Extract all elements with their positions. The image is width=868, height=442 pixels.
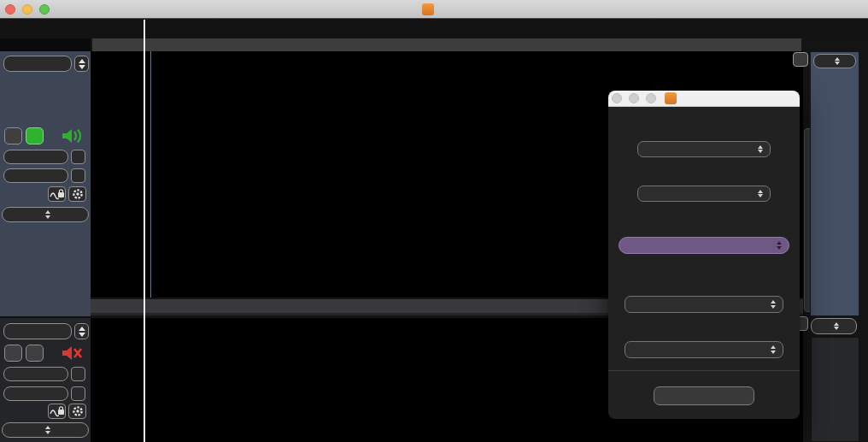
gain-field-output[interactable] bbox=[3, 367, 68, 381]
mute-button-output[interactable] bbox=[4, 345, 22, 362]
playhead[interactable] bbox=[144, 20, 145, 442]
updown-arrows-icon bbox=[758, 190, 763, 198]
pan-automation-button-output[interactable] bbox=[71, 386, 85, 401]
gear-icon[interactable] bbox=[68, 186, 86, 202]
track-reorder-button-output[interactable] bbox=[74, 323, 89, 339]
down-arrow-icon bbox=[79, 65, 85, 69]
new-process-button[interactable] bbox=[654, 386, 754, 405]
dialog-titlebar bbox=[608, 91, 800, 107]
output-meter-dropdown[interactable] bbox=[811, 318, 857, 334]
pan-field-output[interactable] bbox=[3, 386, 68, 401]
meter-panel-output bbox=[811, 337, 859, 442]
up-arrow-icon bbox=[79, 59, 85, 63]
down-arrow-icon bbox=[79, 333, 85, 337]
track-name-button-output[interactable] bbox=[3, 323, 72, 339]
updown-arrows-icon bbox=[45, 210, 50, 219]
solo-button-output[interactable] bbox=[26, 345, 44, 362]
zoom-window-button[interactable] bbox=[39, 4, 50, 15]
track-header-audio1 bbox=[0, 51, 91, 316]
speaker-muted-icon[interactable] bbox=[60, 344, 85, 366]
app-window bbox=[0, 0, 868, 442]
automation-lock-icon[interactable] bbox=[48, 186, 66, 202]
dialog-separator bbox=[608, 370, 800, 371]
automation-lock-icon[interactable] bbox=[48, 404, 66, 419]
pan-field-audio1[interactable] bbox=[3, 168, 68, 183]
close-window-button[interactable] bbox=[5, 4, 15, 15]
solo-button-audio1[interactable] bbox=[26, 127, 44, 144]
track-header-output bbox=[0, 316, 91, 442]
channels-dropdown-audio1[interactable] bbox=[2, 207, 89, 222]
add-meter-button-top[interactable] bbox=[793, 52, 808, 67]
up-arrow-icon bbox=[79, 327, 85, 331]
new-process-dialog bbox=[608, 91, 800, 419]
dialog-close-button[interactable] bbox=[612, 93, 622, 103]
output-dropdown[interactable] bbox=[625, 341, 783, 358]
updown-arrows-icon bbox=[771, 345, 776, 354]
minimize-window-button[interactable] bbox=[22, 4, 32, 15]
pan-automation-button-audio1[interactable] bbox=[71, 168, 85, 183]
dialog-body bbox=[608, 107, 800, 419]
mute-button-audio1[interactable] bbox=[4, 127, 22, 144]
dialog-zoom-button[interactable] bbox=[646, 93, 656, 103]
window-title-group bbox=[422, 3, 447, 15]
audio-source-dropdown[interactable] bbox=[637, 186, 771, 202]
sidebar-top-gap bbox=[0, 38, 91, 51]
updown-arrows-icon bbox=[758, 145, 763, 154]
gear-icon[interactable] bbox=[68, 404, 86, 419]
window-titlebar bbox=[0, 0, 868, 19]
gain-automation-button-audio1[interactable] bbox=[71, 150, 85, 164]
process-dropdown[interactable] bbox=[637, 141, 771, 157]
updown-arrows-icon bbox=[771, 300, 776, 309]
input-dropdown[interactable] bbox=[625, 296, 783, 313]
meter-panel-audio1 bbox=[810, 51, 859, 316]
db-scale-dropdown[interactable] bbox=[813, 54, 856, 68]
updown-arrows-icon bbox=[777, 241, 782, 250]
gain-automation-button-output[interactable] bbox=[71, 367, 85, 381]
track-reorder-button-audio1[interactable] bbox=[74, 56, 89, 72]
gain-field-audio1[interactable] bbox=[3, 150, 68, 164]
updown-arrows-icon bbox=[834, 322, 839, 331]
updown-arrows-icon bbox=[835, 57, 840, 66]
app-icon bbox=[665, 92, 677, 104]
track-name-button-audio1[interactable] bbox=[3, 56, 72, 72]
app-icon bbox=[422, 3, 434, 15]
timeline-ruler[interactable] bbox=[0, 19, 868, 38]
channels-dropdown-output[interactable] bbox=[2, 422, 89, 438]
presets-dropdown[interactable] bbox=[619, 237, 789, 254]
playback-range-bar[interactable] bbox=[92, 38, 801, 51]
speaker-on-icon[interactable] bbox=[60, 127, 85, 149]
updown-arrows-icon bbox=[45, 426, 50, 434]
dialog-minimize-button[interactable] bbox=[629, 93, 639, 103]
